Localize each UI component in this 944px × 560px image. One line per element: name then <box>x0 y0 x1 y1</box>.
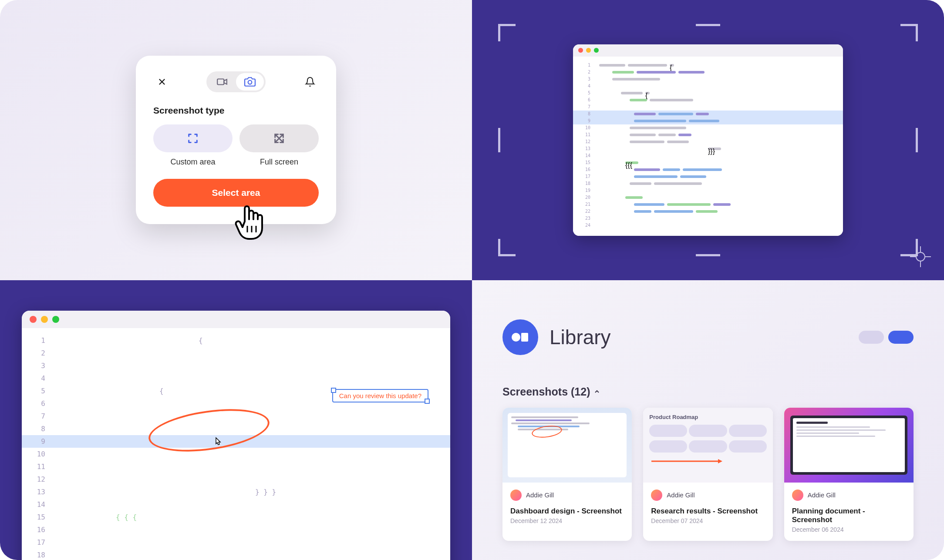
crop-handle-tr[interactable] <box>900 24 918 41</box>
window-close-dot[interactable] <box>30 316 37 323</box>
author-name: Addie Gill <box>667 491 695 499</box>
code-editor-window: 1{ 2 3 4 5{ 6 7 8 9 10 11 12 13}}} 14 15… <box>573 44 843 236</box>
avatar <box>651 490 662 501</box>
screenshot-cards: Addie Gill Dashboard design - Screenshot… <box>502 408 914 541</box>
bell-icon <box>305 77 315 87</box>
camera-icon <box>244 76 256 87</box>
section-label: Screenshots (12) <box>502 386 590 398</box>
video-mode-button[interactable] <box>208 73 236 91</box>
window-minimize-dot[interactable] <box>41 316 48 323</box>
svg-point-7 <box>916 252 925 261</box>
library-title: Library <box>550 325 611 349</box>
card-thumbnail <box>502 408 632 483</box>
expand-icon <box>273 132 285 144</box>
capture-area-panel: 1{ 2 3 4 5{ 6 7 8 9 10 11 12 13}}} 14 15… <box>472 0 944 280</box>
card-thumbnail <box>784 408 914 483</box>
crop-handle-left[interactable] <box>498 128 500 152</box>
view-grid-toggle[interactable] <box>888 331 914 344</box>
full-screen-label: Full screen <box>260 158 298 167</box>
camera-mode-button[interactable] <box>236 73 264 91</box>
svg-rect-13 <box>521 333 528 342</box>
svg-rect-2 <box>217 79 224 85</box>
type-options: Custom area Full screen <box>153 124 319 167</box>
crop-handle-right[interactable] <box>916 128 918 152</box>
library-header: Library <box>502 319 914 355</box>
crop-handle-bottom[interactable] <box>696 254 720 256</box>
author-name: Addie Gill <box>808 491 836 499</box>
card-thumbnail: Product Roadmap <box>643 408 772 483</box>
chevron-up-icon <box>593 388 600 395</box>
capture-mode-toggle <box>206 71 266 92</box>
cursor-icon <box>213 437 223 450</box>
notifications-button[interactable] <box>301 73 319 91</box>
view-list-toggle[interactable] <box>859 331 884 344</box>
cursor-hand-icon <box>232 200 271 245</box>
custom-area-option[interactable] <box>153 124 233 152</box>
code-content: 1{ 2 3 4 5{ 6 7 8 9 10 11 12 13} } } 14 … <box>22 328 450 560</box>
library-panel: Library Screenshots (12) <box>472 280 944 560</box>
annotated-code-window: 1{ 2 3 4 5{ 6 7 8 9 10 11 12 13} } } 14 … <box>22 311 450 560</box>
annotation-panel: 1{ 2 3 4 5{ 6 7 8 9 10 11 12 13} } } 14 … <box>0 280 472 560</box>
crop-handle-top[interactable] <box>696 24 720 26</box>
custom-area-label: Custom area <box>170 158 215 167</box>
screenshot-popup-panel: Screenshot type Custom area Full screen … <box>0 0 472 280</box>
close-icon <box>157 77 167 87</box>
card-title: Dashboard design - Screenshot <box>510 507 624 516</box>
popup-header <box>153 71 319 92</box>
window-titlebar <box>22 311 450 328</box>
avatar <box>792 490 803 501</box>
svg-point-3 <box>248 80 252 84</box>
screenshot-popup: Screenshot type Custom area Full screen … <box>136 56 336 224</box>
card-date: December 06 2024 <box>792 526 906 533</box>
screenshots-section-header[interactable]: Screenshots (12) <box>502 386 914 398</box>
crosshair-icon <box>910 246 931 267</box>
screenshot-card[interactable]: Addie Gill Planning document - Screensho… <box>784 408 914 541</box>
crop-handle-bl[interactable] <box>498 239 516 256</box>
annotation-comment[interactable]: Can you review this update? <box>332 389 428 402</box>
library-icon <box>502 319 538 355</box>
window-maximize-dot[interactable] <box>52 316 59 323</box>
view-toggle <box>859 331 914 344</box>
avatar <box>510 490 522 501</box>
card-title: Research results - Screenshot <box>651 507 765 516</box>
full-screen-option[interactable] <box>239 124 319 152</box>
svg-point-12 <box>512 333 520 342</box>
screenshot-type-label: Screenshot type <box>153 105 319 116</box>
code-content: 1{ 2 3 4 5{ 6 7 8 9 10 11 12 13}}} 14 15… <box>573 57 843 236</box>
card-title: Planning document - Screenshot <box>792 507 906 524</box>
card-date: December 12 2024 <box>510 517 624 524</box>
close-button[interactable] <box>153 73 171 91</box>
card-date: December 07 2024 <box>651 517 765 524</box>
crop-icon <box>187 132 199 144</box>
thumb-title: Product Roadmap <box>649 414 766 420</box>
svg-marker-15 <box>718 459 722 463</box>
crop-handle-tl[interactable] <box>498 24 516 41</box>
author-name: Addie Gill <box>526 491 554 499</box>
video-icon <box>216 76 228 87</box>
screenshot-card[interactable]: Product Roadmap Addie Gill Re <box>643 408 772 541</box>
screenshot-card[interactable]: Addie Gill Dashboard design - Screenshot… <box>502 408 632 541</box>
